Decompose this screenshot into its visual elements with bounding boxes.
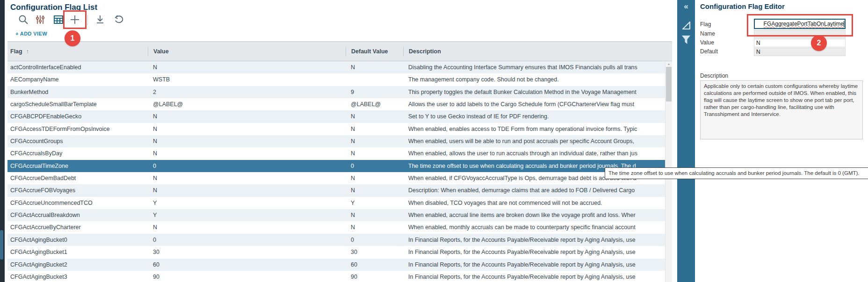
cell-flag: CFGAccountGroups (7, 135, 148, 147)
left-edge-indicator (0, 230, 3, 260)
column-header-value[interactable]: Value (148, 42, 346, 61)
table-row[interactable]: CFGAccrualsByDayNNWhen enabled, allows t… (7, 147, 672, 159)
editor-side-toolbar: « (677, 0, 695, 282)
sort-asc-icon: ↑ (26, 48, 29, 55)
table-row[interactable]: CFGAccountGroupsNNWhen enabled, users wi… (7, 135, 672, 147)
cell-default-value: N (346, 172, 403, 184)
annotation-box-step2 (747, 14, 853, 36)
column-header-flag[interactable]: Flag ↑ (7, 42, 148, 61)
cell-description: Set to Y to use Gecko instead of IE for … (403, 110, 672, 123)
cell-default-value: 90 (346, 271, 403, 282)
app-window: Configuration Flag List (0, 0, 868, 282)
cell-default-value: 9 (346, 86, 403, 98)
table-row[interactable]: BunkerMethod29This property toggles the … (7, 86, 672, 98)
search-icon[interactable] (18, 14, 29, 25)
filter-funnel-icon[interactable] (677, 34, 695, 46)
cell-flag: CFGAccrueDemBadDebt (7, 172, 148, 184)
cell-value: N (148, 147, 346, 159)
cell-flag: CFGABCPDFEnableGecko (7, 110, 148, 123)
table-row[interactable]: CFGAccrueUncommencedTCOYYWhen disabled, … (7, 197, 672, 209)
cell-flag: CFGActAgingBucket1 (7, 246, 148, 258)
cell-default-value: N (346, 147, 403, 159)
config-flag-list-panel: Configuration Flag List (5, 0, 677, 282)
cell-value: 0 (148, 234, 346, 246)
cell-flag: CFGAccessTDEFormFromOpsInvoice (7, 123, 148, 135)
cell-flag: CFGActAccrueByCharterer (7, 221, 148, 233)
cell-default-value (346, 73, 403, 86)
cell-flag: CFGActAccrualBreakdown (7, 209, 148, 221)
table-row[interactable]: CFGActAgingBucket13030In Financial Repor… (7, 246, 672, 258)
cell-default-value: N (346, 61, 403, 73)
cell-flag: actControlInterfaceEnabled (7, 61, 148, 73)
cell-description: This property toggles the default Bunker… (403, 86, 672, 98)
cell-value: WSTB (148, 73, 346, 86)
annotation-box-step1 (63, 10, 87, 29)
add-view-link[interactable]: + ADD VIEW (15, 31, 47, 36)
table-row[interactable]: CFGAccrueFOBVoyagesNNDescription: When e… (7, 184, 672, 196)
annotation-badge-2: 2 (811, 35, 827, 51)
table-row[interactable]: CFGActAgingBucket000In Financial Reports… (7, 234, 672, 246)
cell-description: In Financial Reports, for the Accounts P… (403, 259, 672, 271)
cell-value: N (148, 172, 346, 184)
cell-value: N (148, 184, 346, 196)
cell-default-value: N (346, 110, 403, 123)
config-flag-editor-panel: Configuration Flag Editor Flag FGAggrega… (695, 0, 868, 282)
cell-value: 2 (148, 86, 346, 98)
cell-flag: CFGAccrualsByDay (7, 147, 148, 159)
default-field-label: Default (700, 48, 718, 55)
cell-value: 30 (148, 246, 346, 258)
cell-default-value: N (346, 221, 403, 233)
flag-field-label: Flag (700, 21, 711, 28)
table-row[interactable]: CFGAccrualTimeZone00The time zone offset… (7, 160, 672, 172)
export-download-icon[interactable] (94, 14, 106, 25)
cell-flag: CFGAccrueUncommencedTCO (7, 197, 148, 209)
scroll-up-arrow[interactable]: ▲ (665, 62, 672, 66)
table-row[interactable]: CFGActAgingBucket39090In Financial Repor… (7, 271, 672, 282)
table-row[interactable]: CFGABCPDFEnableGeckoNNSet to Y to use Ge… (7, 110, 672, 123)
toolbar-separator (87, 15, 88, 25)
column-header-default-value[interactable]: Default Value (346, 42, 403, 61)
scrollbar-thumb[interactable] (666, 67, 672, 101)
table-row[interactable]: CFGAccrueDemBadDebtNNWhen enabled, if CF… (7, 172, 672, 184)
left-edge-bar (0, 0, 5, 282)
cell-default-value: @LABEL@ (346, 98, 403, 110)
description-textarea[interactable]: Applicable only to certain custom config… (700, 80, 863, 139)
cell-default-value: N (346, 209, 403, 221)
cell-default-value: N (346, 184, 403, 196)
cell-default-value: N (346, 123, 403, 135)
cell-description: Allows the user to add labels to the Car… (403, 98, 672, 110)
grid-icon[interactable] (53, 14, 64, 25)
column-header-description[interactable]: Description (403, 42, 672, 61)
cell-default-value: Y (346, 197, 403, 209)
table-row[interactable]: CFGAccessTDEFormFromOpsInvoiceNNWhen ena… (7, 123, 672, 135)
cell-description: In Financial Reports, for the Accounts P… (403, 271, 672, 282)
column-divider (148, 47, 148, 56)
table-row[interactable]: AECompanyNameWSTBThe management company … (7, 73, 672, 86)
collapse-panel-icon[interactable]: « (677, 2, 695, 11)
description-field-label: Description (700, 72, 728, 79)
cell-description: In Financial Reports, for the Accounts P… (403, 234, 672, 246)
filter-sliders-icon[interactable] (35, 14, 46, 25)
default-field: N (754, 48, 846, 56)
cell-flag: CFGAccrualTimeZone (7, 160, 148, 172)
name-field-label: Name (700, 30, 715, 37)
cell-description: When enabled, enables access to TDE Form… (403, 123, 672, 135)
value-input[interactable]: N (754, 39, 846, 47)
flag-table: Flag ↑ Value Default Value Description a… (7, 41, 672, 282)
cell-flag: AECompanyName (7, 73, 148, 86)
cell-description: When disabled, TCO voyages that are not … (403, 197, 672, 209)
cell-description: When enabled, users will be able to run … (403, 135, 672, 147)
table-row[interactable]: cargoScheduleSmallBarTemplate@LABEL@@LAB… (7, 98, 672, 110)
reset-undo-icon[interactable] (113, 14, 124, 25)
table-row[interactable]: CFGActAccrueByChartererNNWhen enabled, m… (7, 221, 672, 233)
cell-description: Description: When enabled, demurrage cla… (403, 184, 672, 196)
annotation-badge-1: 1 (65, 30, 80, 46)
cell-default-value: 60 (346, 259, 403, 271)
table-row[interactable]: CFGActAgingBucket26060In Financial Repor… (7, 259, 672, 271)
value-field-label: Value (700, 39, 714, 46)
cell-description: The management company code. Should not … (403, 73, 672, 86)
table-row[interactable]: CFGActAccrualBreakdownYNWhen enabled, ac… (7, 209, 672, 221)
cell-value: N (148, 110, 346, 123)
table-row[interactable]: actControlInterfaceEnabledNNDisabling th… (7, 61, 672, 73)
pointer-triangle-icon[interactable] (677, 20, 695, 31)
